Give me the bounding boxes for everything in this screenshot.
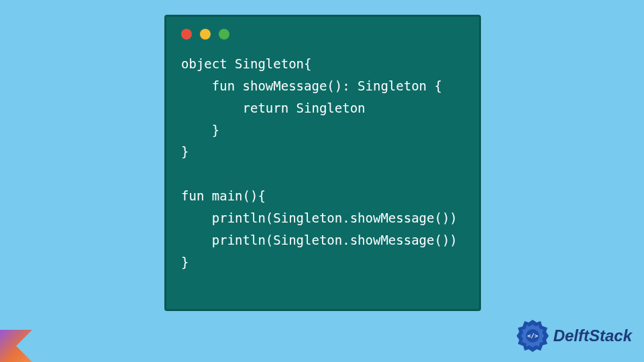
code-block: object Singleton{ fun showMessage(): Sin… (181, 53, 464, 274)
minimize-dot-icon (200, 29, 211, 40)
code-window: object Singleton{ fun showMessage(): Sin… (164, 15, 481, 311)
maximize-dot-icon (219, 29, 229, 40)
brand-name: DelftStack (553, 326, 632, 345)
brand-logo: </> DelftStack (516, 319, 632, 353)
window-controls (181, 29, 464, 40)
brand-gear-icon: </> (516, 319, 549, 353)
close-dot-icon (181, 29, 192, 40)
kotlin-logo-icon (0, 330, 32, 362)
svg-text:</>: </> (527, 333, 538, 339)
